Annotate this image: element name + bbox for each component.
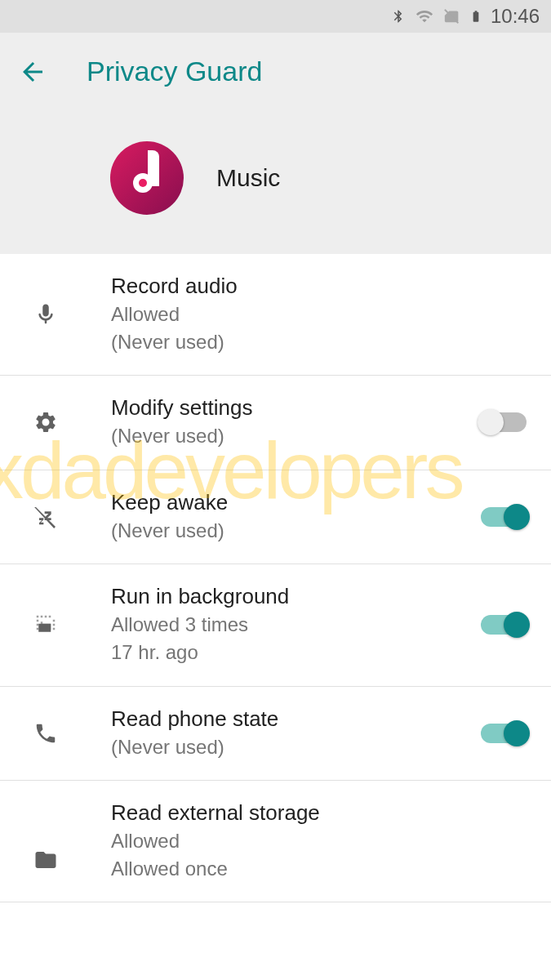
permission-title: Keep awake [111, 490, 481, 515]
permission-title: Modify settings [111, 395, 481, 421]
toggle-keep-awake[interactable] [481, 507, 527, 527]
permission-record-audio[interactable]: Record audio Allowed (Never used) [0, 254, 551, 376]
permission-usage: 17 hr. ago [111, 639, 481, 666]
bluetooth-icon [391, 6, 406, 27]
permission-usage: (Never used) [111, 517, 481, 545]
battery-icon [469, 6, 482, 27]
wifi-icon [414, 7, 435, 25]
permission-read-phone-state[interactable]: Read phone state (Never used) [0, 687, 551, 782]
phone-icon [26, 721, 65, 746]
status-bar: 10:46 [0, 0, 551, 33]
permission-status: Allowed 3 times [111, 611, 481, 639]
app-name-label: Music [216, 164, 280, 192]
toggle-run-background[interactable] [481, 615, 527, 635]
clock-time: 10:46 [491, 5, 540, 28]
permission-modify-settings[interactable]: Modify settings (Never used) [0, 376, 551, 470]
app-info-section: Music [0, 102, 551, 254]
toggle-modify-settings[interactable] [481, 412, 527, 432]
permission-title: Read phone state [111, 706, 481, 732]
gear-icon [26, 410, 65, 434]
microphone-icon [26, 302, 65, 327]
sleep-off-icon [26, 504, 65, 530]
permission-status: Allowed [111, 827, 533, 855]
permission-read-storage[interactable]: Read external storage Allowed Allowed on… [0, 781, 551, 902]
permission-keep-awake[interactable]: Keep awake (Never used) [0, 470, 551, 565]
permission-title: Record audio [111, 274, 533, 299]
permission-usage: (Never used) [111, 733, 481, 761]
folder-icon [26, 848, 65, 872]
permission-status: Allowed [111, 301, 533, 328]
page-title: Privacy Guard [87, 56, 262, 87]
svg-rect-0 [38, 624, 51, 632]
permission-usage: (Never used) [111, 422, 481, 450]
permission-usage: (Never used) [111, 328, 533, 356]
back-arrow-icon[interactable] [18, 57, 47, 87]
permission-run-background[interactable]: Run in background Allowed 3 times 17 hr.… [0, 564, 551, 686]
toggle-read-phone-state[interactable] [481, 724, 527, 743]
app-header: Privacy Guard [0, 33, 551, 102]
music-app-icon [110, 141, 184, 215]
permission-usage: Allowed once [111, 855, 533, 883]
no-sim-icon [443, 6, 461, 27]
permission-title: Read external storage [111, 800, 533, 826]
background-icon [26, 612, 65, 637]
permissions-list: Record audio Allowed (Never used) Modify… [0, 254, 551, 902]
permission-title: Run in background [111, 584, 481, 609]
